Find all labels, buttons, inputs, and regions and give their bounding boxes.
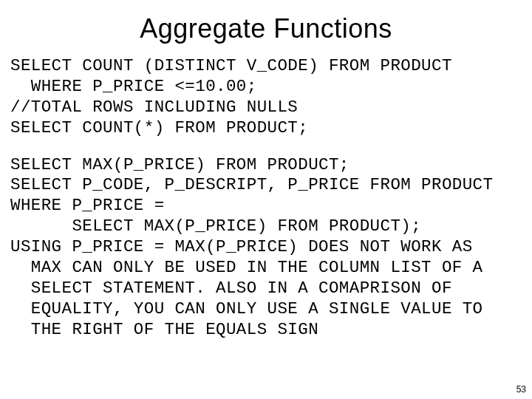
page-title: Aggregate Functions [10, 13, 522, 44]
slide: Aggregate Functions SELECT COUNT (DISTIN… [0, 0, 532, 399]
code-block-2: SELECT MAX(P_PRICE) FROM PRODUCT; SELECT… [10, 155, 522, 341]
code-block-1: SELECT COUNT (DISTINCT V_CODE) FROM PROD… [10, 56, 522, 139]
page-number: 53 [516, 384, 526, 395]
